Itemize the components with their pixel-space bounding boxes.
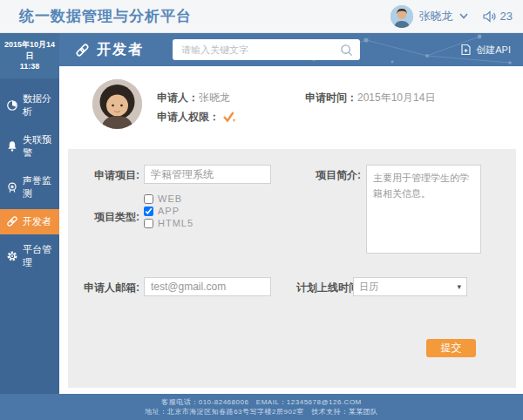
user-avatar[interactable] [391, 5, 413, 28]
sidebar-item-lost-alert[interactable]: 失联预警 [0, 127, 59, 166]
type-option-html5[interactable]: HTML5 [144, 218, 194, 228]
page-title: 开发者 [97, 41, 144, 59]
application-form: 申请项目: 项目简介: 主要用于管理学生的学籍相关信息。 项目类型: WEB A… [68, 149, 516, 388]
content-body: 申请人：张晓龙 申请人权限： 申请时间：2015年10月14日 申请项目: 项 [59, 66, 523, 394]
apply-time-label: 申请时间： [305, 91, 357, 104]
select-caret-icon: ▾ [457, 282, 461, 291]
app-checkbox-label: APP [158, 206, 180, 216]
html5-checkbox[interactable] [144, 219, 153, 228]
sidebar-item-label: 失联预警 [23, 133, 59, 159]
app-checkbox[interactable] [144, 207, 153, 216]
email-input[interactable] [144, 277, 271, 296]
html5-checkbox-label: HTML5 [158, 218, 194, 228]
permission-check-icon [223, 112, 236, 123]
type-option-web[interactable]: WEB [144, 193, 194, 204]
female-avatar-icon [92, 79, 142, 129]
applicant-name-label: 申请人： [157, 91, 199, 104]
sidebar-datetime: 2015年10月14日 11:38 [0, 33, 59, 78]
sidebar-date: 2015年10月14日 [2, 39, 58, 61]
male-avatar-icon [391, 5, 413, 28]
app-title: 统一数据管理与分析平台 [19, 6, 192, 26]
web-checkbox[interactable] [144, 194, 153, 204]
create-api-icon [460, 44, 472, 56]
search-box [173, 39, 360, 60]
link-icon [75, 43, 90, 58]
search-icon[interactable] [340, 44, 353, 57]
type-option-app[interactable]: APP [144, 206, 194, 216]
gear-icon [6, 250, 18, 262]
launch-time-label: 计划上线时间: [289, 281, 363, 295]
top-header: 统一数据管理与分析平台 张晓龙 23 [0, 0, 523, 33]
sidebar-item-label: 数据分析 [23, 92, 59, 119]
launch-time-value: 日历 [359, 281, 378, 294]
chevron-down-icon[interactable] [459, 13, 468, 19]
intro-label: 项目简介: [307, 168, 361, 183]
sidebar-item-platform-admin[interactable]: 平台管理 [0, 237, 59, 275]
sidebar-item-label: 平台管理 [23, 243, 59, 269]
applicant-avatar [92, 79, 142, 129]
search-input[interactable] [173, 44, 340, 55]
applicant-section: 申请人：张晓龙 申请人权限： 申请时间：2015年10月14日 [59, 66, 523, 149]
sidebar-item-label: 声誉监测 [23, 174, 59, 200]
launch-time-select[interactable]: 日历 ▾ [353, 277, 467, 296]
create-api-button[interactable]: 创建API [460, 44, 511, 57]
project-label: 申请项目: [85, 168, 139, 183]
bell-icon [6, 140, 18, 152]
applicant-name: 张晓龙 [199, 91, 230, 104]
sidebar-time: 11:38 [2, 61, 58, 72]
email-label: 申请人邮箱: [75, 281, 139, 295]
link-icon [6, 215, 18, 227]
notification-count: 23 [500, 10, 513, 23]
type-checkbox-group: WEB APP HTML5 [144, 193, 194, 228]
sidebar-item-reputation[interactable]: 声誉监测 [0, 168, 59, 207]
submit-button[interactable]: 提交 [426, 339, 476, 357]
sidebar: 2015年10月14日 11:38 数据分析 失联预警 声誉监测 开 [0, 33, 59, 394]
apply-time: 2015年10月14日 [357, 91, 435, 104]
sidebar-item-developer[interactable]: 开发者 [0, 209, 59, 234]
create-api-label: 创建API [476, 44, 511, 57]
footer-line2: 地址：北京市海淀区知春路63号写字楼2层902室 技术支持：某某团队 [0, 407, 523, 417]
user-area: 张晓龙 23 [391, 5, 513, 28]
sidebar-item-data-analysis[interactable]: 数据分析 [0, 86, 59, 125]
applicant-permission-label: 申请人权限： [157, 110, 220, 125]
type-label: 项目类型: [85, 210, 139, 225]
sub-header: 开发者 创建API [59, 33, 523, 66]
web-checkbox-label: WEB [158, 193, 182, 204]
pie-chart-icon [6, 99, 18, 112]
sidebar-item-label: 开发者 [23, 215, 51, 228]
user-name[interactable]: 张晓龙 [419, 9, 453, 24]
intro-textarea[interactable]: 主要用于管理学生的学籍相关信息。 [366, 165, 481, 254]
footer: 客服电话：010-82468006 EMAIL：12345678@126.COM… [0, 394, 523, 420]
speaker-icon[interactable] [483, 10, 497, 23]
medal-icon [6, 181, 18, 193]
project-input[interactable] [144, 165, 271, 184]
footer-line1: 客服电话：010-82468006 EMAIL：12345678@126.COM [0, 397, 523, 407]
